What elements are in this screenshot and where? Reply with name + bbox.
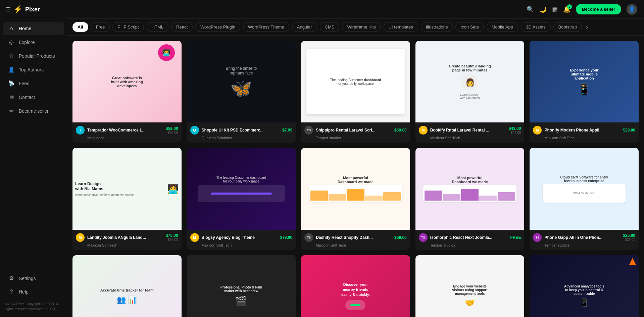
filter-tab-all[interactable]: All: [72, 22, 88, 32]
sidebar-item-authors[interactable]: 👤 Top Authors: [3, 63, 64, 76]
seller-avatar: M: [419, 126, 428, 135]
filter-next-arrow[interactable]: ›: [586, 24, 588, 30]
card-info: Q Shoppie UI Kit PSD Ecommerc... $7.99 Q…: [187, 122, 296, 143]
authors-icon: 👤: [8, 66, 15, 73]
product-card[interactable]: Accurate time tracker for team 👥 📊 T Acc…: [72, 255, 182, 317]
product-card[interactable]: Engage your websitevisitors using suppor…: [415, 255, 525, 317]
notification-icon[interactable]: 🔔 0: [563, 6, 571, 13]
price-block: $25.00 $29.00: [623, 233, 635, 242]
filter-tab-cms[interactable]: CMS: [320, 22, 340, 32]
price-block: $69.00: [394, 235, 407, 240]
product-card[interactable]: Advanced analytics toolsto keep you in c…: [530, 255, 639, 317]
seller-name: Temper studios: [430, 243, 521, 247]
card-thumbnail: Learn Designwith Nia Matos some descript…: [72, 148, 182, 229]
grid-icon[interactable]: ▦: [552, 6, 558, 13]
price-block: $79.00: [280, 235, 292, 240]
product-card[interactable]: Professional Photo & Filmmaker with best…: [187, 255, 296, 317]
filter-tab-html[interactable]: HTML: [147, 22, 168, 32]
card-thumbnail: Great software isbuilt with amazingdevel…: [72, 41, 182, 122]
product-card[interactable]: Discover yournearby friendseasily & quic…: [301, 255, 410, 317]
sidebar-item-explore[interactable]: ◎ Explore: [3, 36, 64, 49]
filter-tab-react[interactable]: React: [171, 22, 193, 32]
original-price: $29.00: [625, 238, 635, 242]
explore-icon: ◎: [8, 39, 15, 45]
filter-tab-ui-templates[interactable]: UI templates: [384, 22, 418, 32]
card-title: Blogsy Agency Blog Theme: [202, 235, 278, 240]
seller-avatar: TS: [304, 126, 313, 135]
filter-tab-free[interactable]: Free: [91, 22, 110, 32]
card-thumbnail: The leading Customer dashboardfor your d…: [301, 41, 410, 122]
card-title: Dashify React Shopify Dash...: [316, 235, 392, 240]
current-price: $75.00: [166, 233, 178, 238]
sidebar-item-feed[interactable]: 📡 Feed: [3, 77, 64, 90]
settings-icon: ⚙: [8, 275, 15, 281]
filter-tab-wireframe[interactable]: Wireframe Kits: [342, 22, 381, 32]
product-card[interactable]: Bring the smile toorphans face 🦋 Q Shopp…: [187, 41, 296, 143]
filter-tab-php[interactable]: PHP Script: [112, 22, 144, 32]
card-title: Shoppie UI Kit PSD Ecommerc...: [202, 128, 280, 133]
sidebar-item-seller[interactable]: ✏ Became seller: [3, 104, 64, 117]
card-title: Phonify Modern Phone Appli...: [544, 128, 620, 133]
card-info: TS Dashify React Shopify Dash... $69.00 …: [301, 230, 410, 250]
product-card[interactable]: The leading Customer dashboardfor your d…: [187, 148, 296, 250]
original-price: $65.00: [168, 131, 178, 135]
card-info: M Landity Joomla ANgula Land... $75.00 $…: [72, 230, 182, 250]
filter-tab-mobile-app[interactable]: Mobile App: [487, 22, 518, 32]
filter-tab-illustrations[interactable]: Illustrations: [421, 22, 453, 32]
filter-tab-wp-plugin[interactable]: WordPress Plugin: [195, 22, 240, 32]
product-grid-area: Great software isbuilt with amazingdevel…: [67, 36, 644, 317]
user-avatar[interactable]: 👤: [627, 4, 637, 15]
card-info: M Bookify Rntal Laravel Rental ... $43.0…: [415, 122, 525, 143]
product-card[interactable]: The leading Customer dashboardfor your d…: [301, 41, 410, 143]
original-price: $99.00: [168, 238, 178, 242]
dark-mode-icon[interactable]: 🌙: [539, 6, 547, 13]
filter-tab-bootstrap[interactable]: Bootstrap: [553, 22, 582, 32]
hamburger-icon[interactable]: ☰: [5, 6, 11, 13]
card-thumbnail: Discover yournearby friendseasily & quic…: [301, 255, 410, 317]
seller-avatar: TS: [419, 233, 428, 242]
help-icon: ?: [8, 289, 15, 295]
seller-avatar: I: [76, 126, 85, 135]
popular-icon: ☆: [8, 53, 15, 59]
product-card[interactable]: Cloud CRM Software for entrylevel busine…: [530, 148, 639, 250]
product-card[interactable]: Great software isbuilt with amazingdevel…: [72, 41, 182, 143]
main-nav: ⌂ Home ◎ Explore ☆ Popular Products 👤 To…: [0, 19, 67, 268]
product-card[interactable]: Learn Designwith Nia Matos some descript…: [72, 148, 182, 250]
sidebar-item-contact[interactable]: ✉ Contact: [3, 91, 64, 104]
filter-tab-icon-sets[interactable]: Icon Sets: [455, 22, 484, 32]
logo-icon: ⚡: [13, 5, 22, 14]
seller-name: Temper studios: [544, 243, 635, 247]
card-info: M Blogsy Agency Blog Theme $79.00 Maxico…: [187, 230, 296, 250]
card-info: TS Isomorphic React Next Joomla... FREE …: [415, 230, 525, 250]
filter-tab-3d-assets[interactable]: 3D Assets: [521, 22, 551, 32]
filter-tab-wp-theme[interactable]: WordPress Theme: [243, 22, 289, 32]
search-icon[interactable]: 🔍: [527, 6, 534, 13]
sidebar-item-home[interactable]: ⌂ Home: [3, 22, 64, 35]
sidebar-item-help[interactable]: ? Help: [3, 285, 64, 298]
seller-avatar: M: [76, 233, 85, 242]
main-content: 🔍 🌙 ▦ 🔔 0 Become a seller 👤 All Free PHP…: [67, 0, 644, 317]
sidebar: ☰ ⚡ Pixer ⌂ Home ◎ Explore ☆ Popular Pro…: [0, 0, 67, 317]
seller-avatar: M: [190, 233, 199, 242]
feed-icon: 📡: [8, 80, 15, 87]
original-price: $49.00: [511, 131, 521, 135]
become-seller-button[interactable]: Become a seller: [576, 4, 621, 14]
product-card[interactable]: Most powerfulDashboard we made: [301, 148, 410, 250]
sidebar-item-popular[interactable]: ☆ Popular Products: [3, 49, 64, 62]
logo-area: ☰ ⚡ Pixer: [0, 0, 67, 19]
current-price: $59.00: [166, 126, 178, 131]
product-card[interactable]: Experience yourultimate mobileapplicatio…: [530, 41, 639, 143]
seller-icon: ✏: [8, 108, 15, 114]
sidebar-item-label: Top Authors: [19, 67, 44, 72]
card-thumbnail: The leading Customer dashboardfor your d…: [187, 148, 296, 229]
sidebar-item-label: Explore: [19, 40, 35, 45]
seller-name: Maxicon Soft Tech: [316, 243, 407, 247]
seller-name: Qubitron Solutions: [202, 136, 293, 140]
seller-name: Maxicon Soft Tech: [430, 136, 521, 140]
card-thumbnail: Most powerfulDashboard we made: [415, 148, 525, 229]
notification-badge: 0: [567, 4, 572, 9]
product-card[interactable]: Create beautiful landingpage in few minu…: [415, 41, 525, 143]
product-card[interactable]: Most powerfulDashboard we made: [415, 148, 525, 250]
filter-tab-angular[interactable]: Angular: [292, 22, 317, 32]
sidebar-item-settings[interactable]: ⚙ Settings: [3, 272, 64, 285]
